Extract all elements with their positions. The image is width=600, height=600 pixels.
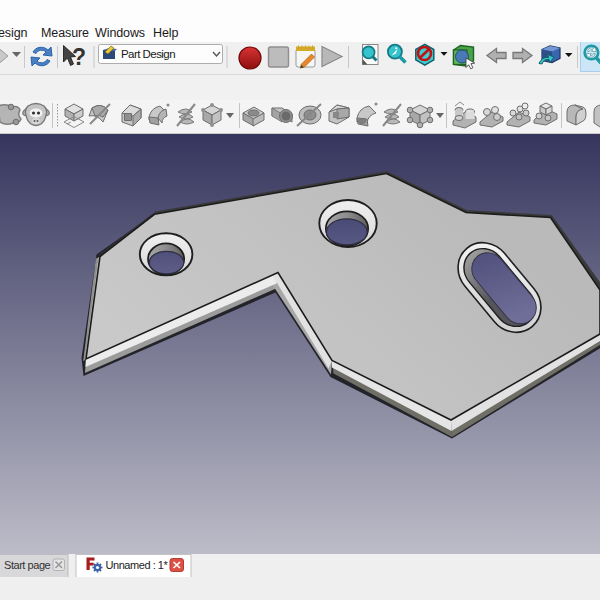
svg-text:Start page: Start page (4, 559, 51, 571)
svg-text:Unnamed : 1*: Unnamed : 1* (106, 559, 169, 571)
svg-text:?: ? (72, 44, 86, 70)
svg-text:Part Design: Part Design (121, 48, 175, 60)
